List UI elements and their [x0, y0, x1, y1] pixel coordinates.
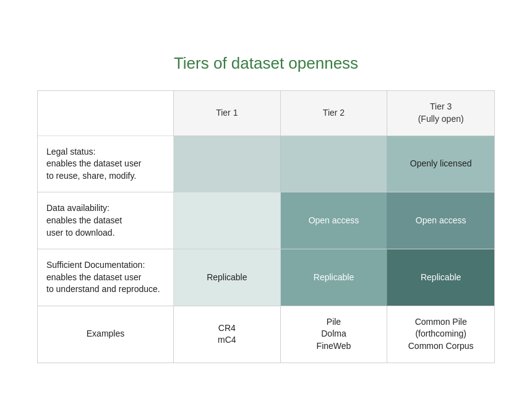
tier1-legal	[174, 136, 281, 193]
tier3-legal: Openly licensed	[387, 136, 494, 193]
tier3-data: Open access	[387, 192, 494, 249]
examples-tier2: Pile Dolma FineWeb	[281, 306, 388, 363]
examples-tier3: Common Pile (forthcoming) Common Corpus	[387, 306, 494, 363]
header-tier1: Tier 1	[174, 91, 281, 135]
examples-tier1: CR4 mC4	[174, 306, 281, 363]
tier1-data	[174, 192, 281, 249]
tier2-doc: Replicable	[281, 249, 388, 306]
tier1-doc: Replicable	[174, 249, 281, 306]
examples-label: Examples	[38, 306, 174, 363]
header-tier2: Tier 2	[281, 91, 388, 135]
legal-label: Legal status: enables the dataset user t…	[38, 136, 174, 193]
tier2-data: Open access	[281, 192, 388, 249]
tier2-legal	[281, 136, 388, 193]
header-empty	[38, 91, 174, 135]
header-tier3: Tier 3 (Fully open)	[387, 91, 494, 135]
page-title: Tiers of dataset openness	[37, 54, 495, 73]
openness-table: Tier 1 Tier 2 Tier 3 (Fully open) Legal …	[37, 90, 495, 363]
data-label: Data availability: enables the dataset u…	[38, 192, 174, 249]
doc-label: Sufficient Documentation: enables the da…	[38, 249, 174, 306]
tier3-doc: Replicable	[387, 249, 494, 306]
main-container: Tiers of dataset openness Tier 1 Tier 2 …	[25, 41, 507, 375]
